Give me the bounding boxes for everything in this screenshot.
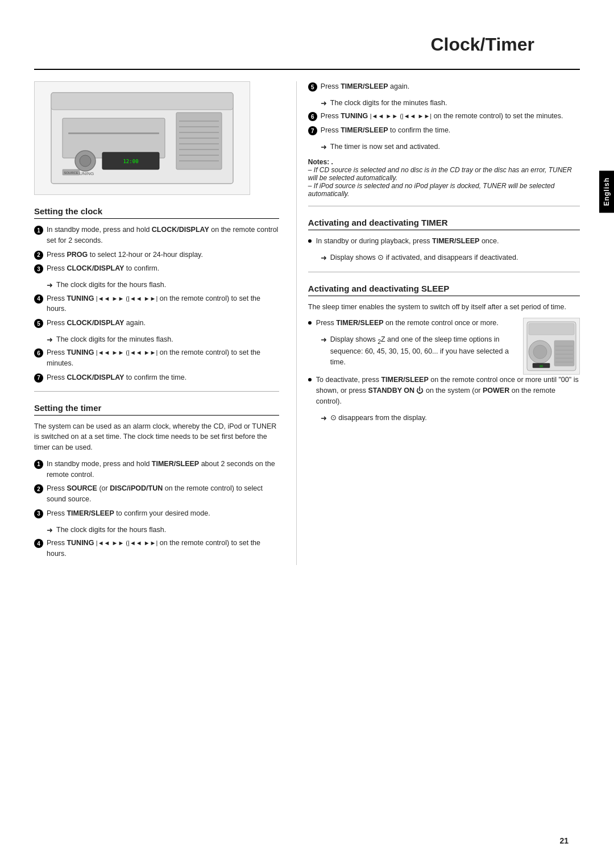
activate-timer-list: In standby or during playback, press TIM…	[308, 236, 580, 247]
timer-step-3-arrow: ➜ The clock digits for the hours flash.	[34, 525, 279, 536]
sleep-steps-list-2: To deactivate, press TIMER/SLEEP on the …	[308, 375, 580, 406]
activate-timer-step-1: In standby or during playback, press TIM…	[308, 236, 580, 247]
bullet-dot-2	[308, 321, 312, 325]
timer-continued-list: 5 Press TIMER/SLEEP again.	[308, 81, 580, 92]
sleep-step-2: To deactivate, press TIMER/SLEEP on the …	[308, 375, 580, 406]
bullet-dot-1	[308, 239, 312, 243]
step-num-7: 7	[34, 373, 43, 383]
bullet-dot-3	[308, 378, 312, 381]
notes-block: Notes: . – If CD source is selected and …	[308, 158, 580, 198]
activate-timer-arrow: ➜ Display shows ⊙ if activated, and disa…	[308, 252, 580, 264]
timer-step-7: 7 Press TIMER/SLEEP to confirm the time.	[308, 125, 580, 136]
sleep-step-1-arrow: ➜ Display shows 2Z and one of the sleep …	[308, 334, 517, 368]
clock-step-1: 1 In standby mode, press and hold CLOCK/…	[34, 225, 279, 246]
content-area: 12:00 TUNING SOURCE Setting the clock 1 …	[34, 70, 580, 565]
clock-step-7: 7 Press CLOCK/DISPLAY to confirm the tim…	[34, 372, 279, 383]
timer-step-num-2: 2	[34, 484, 43, 493]
svg-rect-21	[529, 323, 574, 335]
svg-point-14	[80, 155, 91, 167]
timer-step-2: 2 Press SOURCE (or DISC/iPOD/TUN on the …	[34, 483, 279, 505]
clock-steps-list-3: 6 Press TUNING |◄◄ ►► (|◄◄ ►►| on the re…	[34, 347, 279, 383]
small-stereo-svg: 00	[526, 321, 577, 372]
right-column: 5 Press TIMER/SLEEP again. ➜ The clock d…	[296, 81, 580, 565]
timer-step-num-5: 5	[308, 82, 317, 92]
clock-steps-list-2: 4 Press TUNING |◄◄ ►► (|◄◄ ►►| on the re…	[34, 293, 279, 329]
timer-step-num-1: 1	[34, 460, 43, 469]
clock-step-5-arrow: ➜ The clock digits for the minutes flash…	[34, 334, 279, 346]
note-1: – If CD source is selected and no disc i…	[308, 166, 580, 182]
step-num-3: 3	[34, 264, 43, 273]
timer-step-num-4: 4	[34, 539, 43, 548]
device-image: 12:00 TUNING SOURCE	[34, 81, 250, 195]
clock-step-3: 3 Press CLOCK/DISPLAY to confirm.	[34, 263, 279, 274]
clock-step-5: 5 Press CLOCK/DISPLAY again.	[34, 318, 279, 329]
language-tab: English	[599, 171, 614, 213]
page-title: Clock/Timer	[34, 34, 580, 70]
notes-title: Notes: .	[308, 158, 333, 166]
clock-step-3-arrow: ➜ The clock digits for the hours flash.	[34, 280, 279, 291]
page-number: 21	[559, 836, 569, 845]
timer-steps-list: 1 In standby mode, press and hold TIMER/…	[34, 459, 279, 519]
divider-2	[308, 206, 580, 206]
svg-point-23	[533, 345, 547, 359]
clock-step-4: 4 Press TUNING |◄◄ ►► (|◄◄ ►►| on the re…	[34, 293, 279, 315]
note-2: – If iPod source is selected and no iPod…	[308, 182, 580, 198]
sleep-step-1-container: Press TIMER/SLEEP on the remote control …	[308, 318, 580, 375]
sleep-steps-list: Press TIMER/SLEEP on the remote control …	[308, 318, 517, 329]
sleep-step-1: Press TIMER/SLEEP on the remote control …	[308, 318, 517, 329]
svg-rect-3	[68, 132, 159, 134]
timer-step-1: 1 In standby mode, press and hold TIMER/…	[34, 459, 279, 480]
step-num-5: 5	[34, 319, 43, 328]
stereo-illustration: 12:00 TUNING SOURCE	[45, 87, 239, 189]
timer-step-6: 6 Press TUNING |◄◄ ►► (|◄◄ ►►| on the re…	[308, 111, 580, 122]
timer-step-4: 4 Press TUNING |◄◄ ►► (|◄◄ ►►| on the re…	[34, 538, 279, 559]
divider-3	[308, 272, 580, 272]
sleep-step-2-arrow: ➜ ⊙ disappears from the display.	[308, 413, 580, 424]
divider-1	[34, 391, 279, 392]
step-num-6: 6	[34, 348, 43, 358]
svg-rect-1	[51, 93, 233, 110]
left-column: 12:00 TUNING SOURCE Setting the clock 1 …	[34, 81, 296, 565]
svg-text:00: 00	[540, 364, 543, 368]
activate-timer-heading: Activating and deactivating TIMER	[308, 218, 580, 230]
step-num-4: 4	[34, 294, 43, 304]
clock-steps-list: 1 In standby mode, press and hold CLOCK/…	[34, 225, 279, 274]
lang-tab-label: English	[603, 177, 611, 206]
clock-section-heading: Setting the clock	[34, 206, 279, 219]
timer-steps-list-2: 4 Press TUNING |◄◄ ►► (|◄◄ ►►| on the re…	[34, 538, 279, 559]
timer-step-3: 3 Press TIMER/SLEEP to confirm your desi…	[34, 508, 279, 519]
timer-section-heading: Setting the timer	[34, 403, 279, 416]
timer-step-7-arrow: ➜ The timer is now set and activated.	[308, 142, 580, 153]
clock-step-2: 2 Press PROG to select 12-hour or 24-hou…	[34, 250, 279, 260]
timer-step-num-6: 6	[308, 112, 317, 121]
clock-step-6: 6 Press TUNING |◄◄ ►► (|◄◄ ►►| on the re…	[34, 347, 279, 369]
sleep-intro: The sleep timer enables the system to sw…	[308, 302, 580, 313]
timer-step-num-7: 7	[308, 126, 317, 135]
timer-step-5-arrow: ➜ The clock digits for the minutes flash…	[308, 98, 580, 109]
svg-text:SOURCE: SOURCE	[64, 171, 78, 175]
timer-intro: The system can be used as an alarm clock…	[34, 421, 279, 453]
timer-step-num-3: 3	[34, 509, 43, 518]
step-num-2: 2	[34, 251, 43, 260]
page: English Clock/Timer	[0, 0, 614, 868]
timer-step-5: 5 Press TIMER/SLEEP again.	[308, 81, 580, 92]
svg-text:12:00: 12:00	[123, 159, 138, 164]
activate-sleep-heading: Activating and deactivating SLEEP	[308, 284, 580, 296]
small-device-image: 00	[523, 318, 580, 375]
step-num-1: 1	[34, 226, 43, 235]
timer-continued-list-2: 6 Press TUNING |◄◄ ►► (|◄◄ ►►| on the re…	[308, 111, 580, 136]
